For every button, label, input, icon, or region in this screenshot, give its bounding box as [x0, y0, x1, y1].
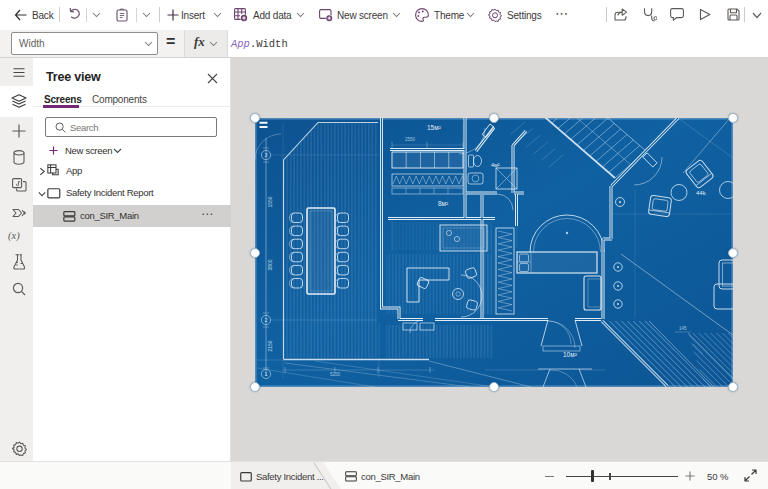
- svg-text:44k: 44k: [696, 190, 707, 196]
- svg-text:2550: 2550: [405, 137, 416, 142]
- svg-text:2150: 2150: [267, 340, 273, 351]
- svg-text:1550: 1550: [267, 196, 273, 207]
- svg-text:10м²: 10м²: [563, 351, 578, 358]
- svg-text:8м²: 8м²: [438, 200, 449, 207]
- svg-text:5200: 5200: [330, 372, 341, 377]
- svg-text:3: 3: [264, 152, 267, 158]
- svg-text:4м²: 4м²: [491, 162, 500, 168]
- svg-text:3800: 3800: [267, 259, 273, 270]
- svg-text:145: 145: [679, 326, 687, 331]
- svg-text:2: 2: [264, 317, 267, 323]
- svg-text:1: 1: [264, 371, 267, 377]
- svg-text:15м²: 15м²: [427, 124, 442, 131]
